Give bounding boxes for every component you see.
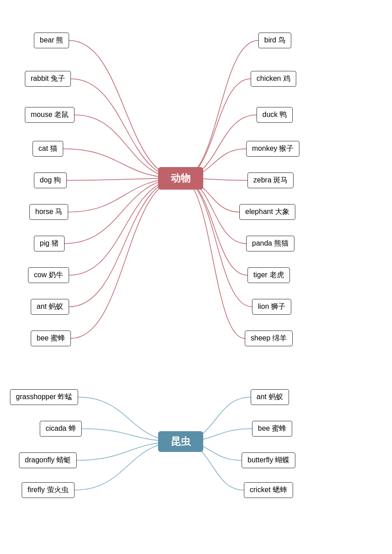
butterfly-node: butterfly 蝴蝶 bbox=[242, 452, 295, 468]
chicken-node: chicken 鸡 bbox=[251, 71, 296, 87]
panda-node: panda 熊猫 bbox=[246, 236, 294, 251]
sheep-node: sheep 绵羊 bbox=[245, 331, 293, 346]
lion-node: lion 狮子 bbox=[252, 299, 291, 315]
tiger-node: tiger 老虎 bbox=[247, 267, 290, 283]
insects-center-label: 昆虫 bbox=[171, 435, 191, 448]
elephant-node: elephant 大象 bbox=[239, 204, 295, 220]
bee2-node: bee 蜜蜂 bbox=[252, 421, 292, 437]
bird-node: bird 鸟 bbox=[258, 33, 291, 48]
cow-node: cow 奶牛 bbox=[28, 267, 69, 283]
bee-node: bee 蜜蜂 bbox=[31, 331, 71, 346]
cicada-node: cicada 蝉 bbox=[40, 421, 82, 437]
dragonfly-node: dragonfly 蜻蜓 bbox=[19, 452, 77, 468]
grasshopper-node: grasshopper 蚱蜢 bbox=[10, 389, 78, 405]
ant2-node: ant 蚂蚁 bbox=[251, 389, 289, 405]
animals-center-node: 动物 bbox=[158, 167, 203, 190]
pig-node: pig 猪 bbox=[34, 236, 65, 251]
duck-node: duck 鸭 bbox=[257, 107, 293, 123]
mind-map: 动物 昆虫 bear 熊 rabbit 兔子 mouse 老鼠 cat 猫 do… bbox=[0, 0, 392, 554]
rabbit-node: rabbit 兔子 bbox=[25, 71, 71, 87]
firefly-node: firefly 萤火虫 bbox=[22, 482, 75, 498]
dog-node: dog 狗 bbox=[34, 172, 67, 188]
cat-node: cat 猫 bbox=[33, 141, 63, 157]
insects-center-node: 昆虫 bbox=[158, 431, 203, 452]
monkey-node: monkey 猴子 bbox=[246, 141, 299, 157]
cricket-node: cricket 蟋蟀 bbox=[244, 482, 293, 498]
zebra-node: zebra 斑马 bbox=[247, 172, 294, 188]
horse-node: horse 马 bbox=[29, 204, 68, 220]
mouse-node: mouse 老鼠 bbox=[25, 107, 75, 123]
animals-center-label: 动物 bbox=[171, 172, 191, 185]
ant-node: ant 蚂蚁 bbox=[31, 299, 69, 315]
bear-node: bear 熊 bbox=[34, 33, 69, 48]
